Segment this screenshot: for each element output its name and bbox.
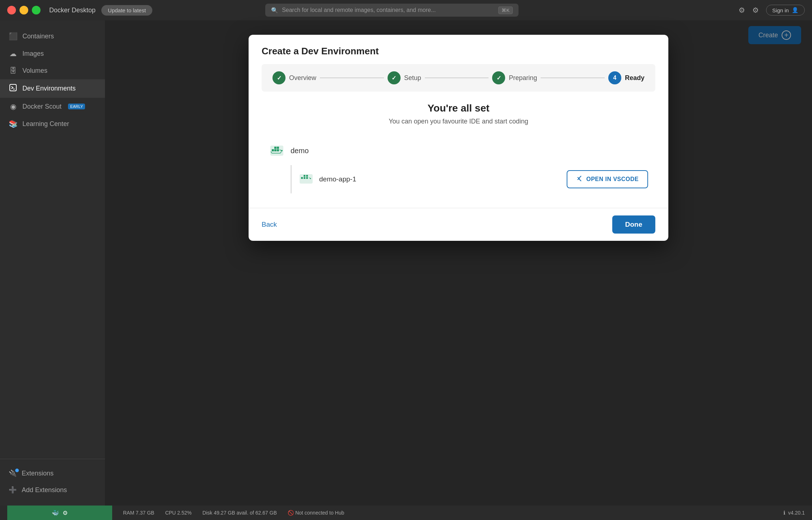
volumes-icon: 🗄: [9, 67, 17, 75]
vscode-icon: [576, 175, 583, 183]
signin-label: Sign in: [772, 7, 789, 13]
sidebar-bottom: 🔌 Extensions ➕ Add Extensions: [0, 459, 105, 498]
step-preparing-label: Preparing: [509, 74, 537, 82]
titlebar: Docker Desktop Update to latest 🔍 Search…: [0, 0, 812, 20]
svg-rect-4: [301, 177, 303, 179]
step-overview: ✓ Overview: [272, 71, 316, 84]
add-extensions-label: Add Extensions: [22, 486, 67, 494]
maximize-button[interactable]: [32, 6, 41, 14]
sidebar-item-label: Docker Scout: [22, 103, 62, 110]
info-icon: ℹ: [783, 510, 785, 516]
env-children: demo-app-1 OPEN IN VSCODE: [291, 165, 648, 193]
modal: Create a Dev Environment ✓ Overview ✓ Se…: [249, 35, 668, 241]
search-icon: 🔍: [271, 7, 278, 14]
svg-point-9: [310, 178, 311, 179]
env-child-name: demo-app-1: [319, 175, 561, 183]
success-title: You're all set: [262, 102, 655, 114]
step-ready-label: Ready: [625, 74, 644, 82]
statusbar-right: ℹ v4.20.1: [783, 510, 805, 516]
content-area: Create + Create a Dev Environment ✓ Over…: [105, 20, 812, 506]
done-button[interactable]: Done: [612, 215, 656, 234]
sidebar: ⬛ Containers ☁ Images 🗄 Volumes Dev Envi…: [0, 20, 105, 506]
sidebar-item-label: Dev Environments: [22, 85, 76, 92]
step-overview-circle: ✓: [272, 71, 286, 84]
containers-icon: ⬛: [9, 32, 17, 41]
dev-environments-icon: [9, 84, 17, 93]
sidebar-item-docker-scout[interactable]: ◉ Docker Scout EARLY: [0, 98, 105, 115]
open-vscode-label: OPEN IN VSCODE: [586, 176, 639, 183]
env-child-icon: [299, 171, 313, 187]
sidebar-item-label: Images: [22, 50, 44, 58]
env-root: demo: [269, 142, 648, 159]
cpu-status: CPU 2.52%: [165, 510, 191, 516]
early-badge: EARLY: [68, 104, 85, 109]
step-overview-label: Overview: [289, 74, 316, 82]
modal-title: Create a Dev Environment: [262, 46, 379, 56]
statusbar-whale: 🐳 ⚙: [7, 506, 112, 520]
modal-overlay: Create a Dev Environment ✓ Overview ✓ Se…: [105, 20, 812, 506]
svg-rect-5: [304, 177, 305, 179]
extensions-notification-dot: [15, 469, 19, 472]
step-preparing: ✓ Preparing: [492, 71, 537, 84]
search-placeholder: Search for local and remote images, cont…: [282, 7, 436, 13]
app-title: Docker Desktop: [49, 7, 96, 14]
update-button[interactable]: Update to latest: [101, 5, 152, 16]
learning-center-icon: 📚: [9, 119, 17, 128]
step-setup-label: Setup: [404, 74, 421, 82]
sidebar-item-images[interactable]: ☁ Images: [0, 45, 105, 62]
version-label: v4.20.1: [788, 510, 805, 516]
sidebar-item-label: Volumes: [22, 67, 47, 75]
step-connector-3: [541, 77, 605, 78]
images-icon: ☁: [9, 49, 17, 58]
sidebar-item-containers[interactable]: ⬛ Containers: [0, 28, 105, 45]
hub-status: 🚫 Not connected to Hub: [288, 510, 344, 516]
statusbar-items: RAM 7.37 GB CPU 2.52% Disk 49.27 GB avai…: [123, 510, 805, 516]
modal-header: Create a Dev Environment: [249, 35, 668, 64]
svg-point-2: [281, 150, 283, 151]
sidebar-item-label: Containers: [22, 33, 54, 40]
sidebar-item-extensions[interactable]: 🔌 Extensions: [0, 465, 105, 482]
search-shortcut: ⌘K: [498, 7, 513, 14]
step-ready-circle: 4: [608, 71, 621, 84]
svg-rect-7: [304, 175, 305, 177]
gear-status-icon: ⚙: [63, 509, 68, 516]
minimize-button[interactable]: [20, 6, 28, 14]
whale-icon: 🐳: [52, 509, 59, 516]
modal-footer: Back Done: [249, 208, 668, 241]
no-hub-icon: 🚫: [288, 510, 294, 516]
step-setup-circle: ✓: [388, 71, 401, 84]
docker-scout-icon: ◉: [9, 102, 17, 111]
main-layout: ⬛ Containers ☁ Images 🗄 Volumes Dev Envi…: [0, 20, 812, 506]
env-root-name: demo: [291, 147, 309, 155]
step-connector-1: [320, 77, 384, 78]
ram-status: RAM 7.37 GB: [123, 510, 154, 516]
modal-body: You're all set You can open you favourit…: [249, 92, 668, 208]
sidebar-item-learning-center[interactable]: 📚 Learning Center: [0, 115, 105, 133]
step-connector-2: [425, 77, 489, 78]
env-child-item: demo-app-1 OPEN IN VSCODE: [299, 165, 648, 193]
user-icon: 👤: [792, 7, 799, 13]
settings-icon[interactable]: ⚙: [739, 6, 745, 14]
step-setup: ✓ Setup: [388, 71, 421, 84]
statusbar: 🐳 ⚙ RAM 7.37 GB CPU 2.52% Disk 49.27 GB …: [0, 506, 812, 520]
titlebar-right: ⚙ ⚙ Sign in 👤: [739, 5, 805, 16]
gear-icon[interactable]: ⚙: [752, 6, 759, 14]
add-extensions-icon: ➕: [9, 486, 17, 494]
sidebar-item-label: Learning Center: [22, 120, 69, 128]
close-button[interactable]: [7, 6, 16, 14]
sidebar-item-add-extensions[interactable]: ➕ Add Extensions: [0, 482, 105, 498]
signin-button[interactable]: Sign in 👤: [766, 5, 805, 16]
back-button[interactable]: Back: [262, 221, 277, 228]
extensions-label: Extensions: [22, 470, 54, 477]
svg-rect-6: [306, 177, 308, 179]
step-ready: 4 Ready: [608, 71, 644, 84]
svg-rect-8: [306, 175, 308, 177]
search-bar[interactable]: 🔍 Search for local and remote images, co…: [265, 4, 519, 17]
success-subtitle: You can open you favourite IDE and start…: [262, 118, 655, 125]
sidebar-item-dev-environments[interactable]: Dev Environments: [0, 79, 105, 98]
open-vscode-button[interactable]: OPEN IN VSCODE: [567, 170, 648, 188]
hub-status-label: Not connected to Hub: [295, 510, 344, 516]
sidebar-item-volumes[interactable]: 🗄 Volumes: [0, 62, 105, 79]
disk-status: Disk 49.27 GB avail. of 62.67 GB: [203, 510, 277, 516]
step-preparing-circle: ✓: [492, 71, 505, 84]
